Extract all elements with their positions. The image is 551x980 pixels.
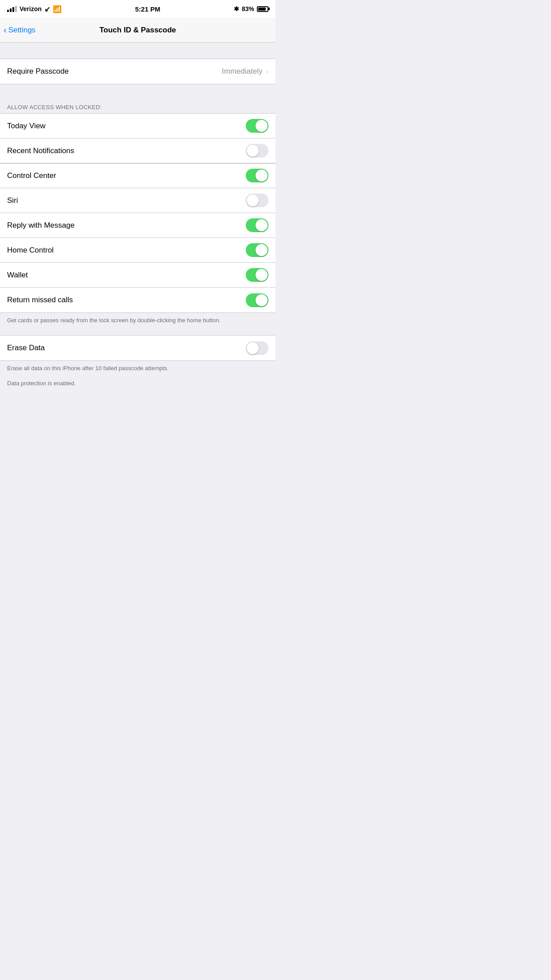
top-spacer (0, 43, 276, 59)
return-missed-calls-label: Return missed calls (7, 296, 73, 304)
status-right: ✱ 83% (234, 5, 268, 12)
erase-spacer (0, 332, 276, 335)
allow-access-row-control-center[interactable]: Control Center (0, 163, 276, 188)
allow-access-row-recent-notifications[interactable]: Recent Notifications (0, 138, 276, 163)
home-control-label: Home Control (7, 246, 54, 255)
allow-access-footer: Get cards or passes ready from the lock … (0, 313, 276, 332)
control-center-toggle-knob (256, 170, 268, 182)
allow-access-header: ALLOW ACCESS WHEN LOCKED: (0, 100, 276, 113)
wifi-symbol: 📶 (53, 5, 62, 13)
reply-with-message-toggle-knob (256, 219, 268, 231)
bluetooth-icon: ✱ (234, 5, 239, 12)
erase-data-toggle-knob (247, 342, 259, 354)
erase-data-label: Erase Data (7, 344, 45, 352)
page-title: Touch ID & Passcode (99, 26, 176, 35)
navigation-bar: ‹ Settings Touch ID & Passcode (0, 18, 276, 43)
home-control-toggle[interactable] (246, 243, 268, 257)
allow-access-section: Today ViewRecent NotificationsControl Ce… (0, 113, 276, 313)
battery-fill (258, 8, 266, 11)
signal-bars-icon (7, 6, 17, 12)
return-missed-calls-toggle-knob (256, 294, 268, 306)
erase-data-row[interactable]: Erase Data (0, 336, 276, 360)
reply-with-message-toggle[interactable] (246, 218, 268, 232)
allow-access-row-wallet[interactable]: Wallet (0, 263, 276, 288)
reply-with-message-label: Reply with Message (7, 221, 75, 230)
require-passcode-value: Immediately (222, 67, 263, 76)
require-passcode-row[interactable]: Require Passcode Immediately › (0, 59, 276, 84)
require-passcode-value-area: Immediately › (222, 67, 268, 76)
recent-notifications-toggle[interactable] (246, 144, 268, 158)
erase-data-footer1: Erase all data on this iPhone after 10 f… (7, 361, 268, 379)
erase-data-toggle[interactable] (246, 341, 268, 355)
back-chevron-icon: ‹ (4, 25, 7, 34)
recent-notifications-label: Recent Notifications (7, 146, 74, 155)
allow-access-row-home-control[interactable]: Home Control (0, 238, 276, 263)
bottom-area: Erase all data on this iPhone after 10 f… (0, 361, 276, 395)
wallet-toggle[interactable] (246, 268, 268, 282)
siri-toggle-knob (247, 194, 259, 206)
require-passcode-section: Require Passcode Immediately › (0, 59, 276, 84)
allow-access-row-return-missed-calls[interactable]: Return missed calls (0, 288, 276, 312)
require-passcode-label: Require Passcode (7, 67, 69, 76)
allow-access-row-siri[interactable]: Siri (0, 188, 276, 213)
status-time: 5:21 PM (135, 5, 161, 13)
status-bar: Verizon ↙ 📶 5:21 PM ✱ 83% (0, 0, 276, 18)
back-label: Settings (8, 26, 35, 35)
carrier-label: Verizon (20, 5, 42, 12)
mid-spacer (0, 84, 276, 100)
control-center-label: Control Center (7, 171, 56, 180)
today-view-toggle[interactable] (246, 119, 268, 133)
battery-indicator (257, 6, 268, 12)
today-view-label: Today View (7, 122, 46, 130)
today-view-toggle-knob (256, 120, 268, 132)
wallet-toggle-knob (256, 269, 268, 281)
wallet-label: Wallet (7, 271, 28, 280)
status-left: Verizon ↙ 📶 (7, 5, 62, 13)
siri-toggle[interactable] (246, 194, 268, 207)
allow-access-row-reply-with-message[interactable]: Reply with Message (0, 213, 276, 238)
chevron-right-icon: › (266, 67, 268, 75)
battery-icon (257, 6, 268, 12)
home-control-toggle-knob (256, 244, 268, 256)
allow-access-row-today-view[interactable]: Today View (0, 114, 276, 138)
return-missed-calls-toggle[interactable] (246, 293, 268, 307)
erase-data-footer2: Data protection is enabled. (7, 379, 268, 395)
battery-percent: 83% (242, 5, 254, 12)
back-button[interactable]: ‹ Settings (4, 26, 35, 35)
erase-data-section: Erase Data (0, 335, 276, 361)
siri-label: Siri (7, 196, 18, 205)
recent-notifications-toggle-knob (247, 145, 259, 157)
wifi-icon: ↙ (44, 5, 50, 13)
control-center-toggle[interactable] (246, 169, 268, 182)
